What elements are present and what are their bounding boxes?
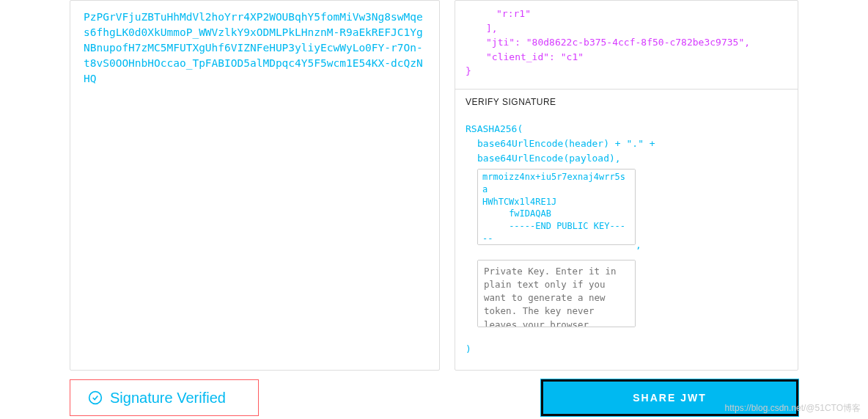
verify-header-line: base64UrlEncode(header) + "." + xyxy=(466,136,787,151)
decoded-panel: "r:r1" ], "jti": "80d8622c-b375-4ccf-8f5… xyxy=(455,0,798,371)
payload-clientid-value: "c1" xyxy=(561,51,584,62)
signature-verified-label: Signature Verified xyxy=(110,390,226,407)
verify-algo-open: RSASHA256( xyxy=(466,122,787,136)
verify-payload-line: base64UrlEncode(payload), xyxy=(466,151,787,166)
verify-close-paren: ) xyxy=(466,335,787,357)
check-circle-icon xyxy=(88,390,103,405)
verify-signature-header: VERIFY SIGNATURE xyxy=(455,89,798,114)
watermark-text: https://blog.csdn.net/@51CTO博客 xyxy=(725,402,861,415)
payload-close-brace: } xyxy=(466,65,471,76)
encoded-token-panel[interactable]: PzPGrVFjuZBTuHhMdVl2hoYrr4XP2WOUBqhY5fom… xyxy=(70,0,440,371)
encoded-token-text[interactable]: PzPGrVFjuZBTuHhMdVl2hoYrr4XP2WOUBqhY5fom… xyxy=(84,10,426,87)
verify-signature-section: RSASHA256( base64UrlEncode(header) + "."… xyxy=(455,114,798,371)
public-key-input[interactable] xyxy=(477,169,636,245)
payload-role-value: "r:r1" xyxy=(496,8,531,19)
private-key-input[interactable] xyxy=(477,260,636,327)
payload-section: "r:r1" ], "jti": "80d8622c-b375-4ccf-8f5… xyxy=(455,1,798,89)
payload-jti-key: "jti" xyxy=(486,37,515,48)
payload-jti-value: "80d8622c-b375-4ccf-8f50-c782be3c9735" xyxy=(526,37,744,48)
svg-point-0 xyxy=(89,392,102,404)
payload-array-close: ] xyxy=(486,23,492,34)
signature-verified-badge: Signature Verified xyxy=(70,379,259,416)
payload-clientid-key: "client_id" xyxy=(486,51,549,62)
